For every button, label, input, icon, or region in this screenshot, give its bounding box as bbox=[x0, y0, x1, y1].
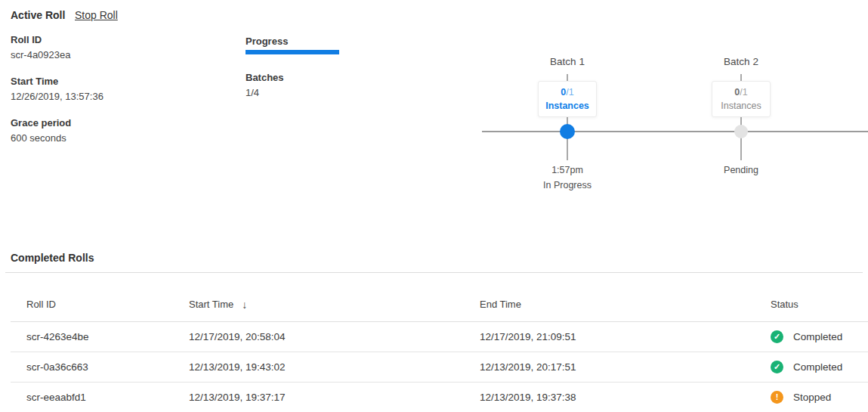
batch-1-instance-count: 0/1 bbox=[539, 85, 596, 99]
start-time-value: 12/26/2019, 13:57:36 bbox=[11, 91, 103, 103]
cell-end-time: 12/13/2019, 20:17:51 bbox=[480, 361, 771, 373]
section-divider bbox=[5, 272, 863, 273]
batch-2-instances-box: 0/1 Instances bbox=[712, 81, 771, 117]
progress-label: Progress bbox=[246, 36, 339, 48]
start-time-label: Start Time bbox=[11, 76, 103, 88]
grace-period-value: 600 seconds bbox=[11, 132, 103, 144]
cell-end-time: 12/13/2019, 19:37:38 bbox=[480, 392, 771, 403]
col-header-status: Status bbox=[771, 299, 868, 310]
roll-id-field: Roll ID scr-4a0923ea bbox=[11, 34, 103, 61]
completed-rolls-title: Completed Rolls bbox=[11, 252, 94, 264]
batch-1-time: 1:57pm bbox=[507, 165, 628, 175]
col-header-end-time: End Time bbox=[480, 299, 771, 310]
active-roll-title: Active Roll bbox=[11, 9, 65, 21]
cell-status: ! Stopped bbox=[771, 391, 868, 404]
status-label: Completed bbox=[793, 361, 842, 373]
batch-2-timeline-dot bbox=[734, 125, 748, 138]
cell-end-time: 12/17/2019, 21:09:51 bbox=[480, 331, 771, 342]
cell-start-time: 12/13/2019, 19:37:17 bbox=[189, 392, 480, 403]
col-header-roll-id: Roll ID bbox=[26, 299, 189, 310]
table-row[interactable]: scr-0a36c663 12/13/2019, 19:43:02 12/13/… bbox=[11, 352, 868, 383]
batches-value: 1/4 bbox=[246, 87, 339, 99]
progress-section: Progress Batches 1/4 bbox=[246, 36, 339, 99]
grace-period-label: Grace period bbox=[11, 117, 103, 129]
start-time-field: Start Time 12/26/2019, 13:57:36 bbox=[11, 76, 103, 103]
completed-rolls-table: Roll ID Start Time ↓ End Time Status scr… bbox=[11, 287, 868, 412]
alert-circle-icon: ! bbox=[771, 391, 783, 404]
roll-id-label: Roll ID bbox=[11, 34, 103, 46]
cell-roll-id: scr-0a36c663 bbox=[26, 361, 189, 373]
batch-2-name: Batch 2 bbox=[681, 56, 802, 68]
batch-1-instances-label: Instances bbox=[539, 99, 596, 113]
timeline-batch-2: Batch 2 0/1 Instances Pending bbox=[681, 56, 802, 200]
progress-bar bbox=[246, 50, 339, 54]
active-roll-details: Roll ID scr-4a0923ea Start Time 12/26/20… bbox=[11, 34, 103, 144]
batch-2-instances-label: Instances bbox=[712, 99, 770, 113]
batch-2-time: Pending bbox=[681, 165, 802, 175]
col-header-start-time[interactable]: Start Time ↓ bbox=[189, 299, 480, 311]
cell-status: ✓ Completed bbox=[771, 361, 868, 373]
batch-1-name: Batch 1 bbox=[507, 56, 628, 68]
batch-1-instances-box[interactable]: 0/1 Instances bbox=[538, 81, 597, 117]
table-row[interactable]: scr-eeaabfd1 12/13/2019, 19:37:17 12/13/… bbox=[11, 383, 868, 412]
batches-label: Batches bbox=[246, 72, 339, 84]
cell-roll-id: scr-4263e4be bbox=[26, 331, 189, 342]
status-label: Stopped bbox=[793, 392, 831, 403]
table-row[interactable]: scr-4263e4be 12/17/2019, 20:58:04 12/17/… bbox=[11, 322, 868, 352]
cell-start-time: 12/13/2019, 19:43:02 bbox=[189, 361, 480, 373]
roll-id-value: scr-4a0923ea bbox=[11, 49, 103, 61]
check-circle-icon: ✓ bbox=[771, 361, 783, 373]
status-label: Completed bbox=[793, 331, 842, 342]
timeline-batch-1: Batch 1 0/1 Instances 1:57pm In Progress bbox=[507, 56, 628, 200]
batch-1-timeline-dot bbox=[560, 124, 575, 139]
cell-status: ✓ Completed bbox=[771, 330, 868, 343]
batch-1-state: In Progress bbox=[507, 180, 628, 191]
stop-roll-link[interactable]: Stop Roll bbox=[75, 9, 118, 21]
grace-period-field: Grace period 600 seconds bbox=[11, 117, 103, 144]
batch-2-instance-count: 0/1 bbox=[712, 85, 770, 99]
sort-down-icon[interactable]: ↓ bbox=[242, 299, 247, 311]
check-circle-icon: ✓ bbox=[771, 330, 783, 343]
table-header-row: Roll ID Start Time ↓ End Time Status bbox=[11, 287, 868, 322]
cell-start-time: 12/17/2019, 20:58:04 bbox=[189, 331, 480, 342]
cell-roll-id: scr-eeaabfd1 bbox=[26, 392, 189, 403]
